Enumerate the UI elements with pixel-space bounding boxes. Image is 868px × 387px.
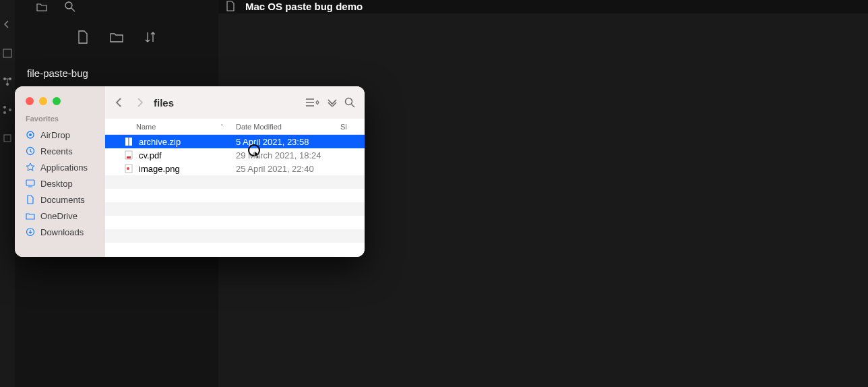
documents-icon xyxy=(26,195,35,204)
finder-title: files xyxy=(154,97,174,109)
airdrop-icon xyxy=(26,130,35,140)
svg-point-16 xyxy=(346,98,352,105)
markdown-file-icon xyxy=(225,1,236,11)
activity-bar xyxy=(0,0,15,387)
svg-point-6 xyxy=(3,111,6,114)
tab-bar: Mac OS paste bug demo xyxy=(218,0,868,12)
file-name: archive.zip xyxy=(139,137,181,147)
sidebar-item-label: Downloads xyxy=(40,227,84,237)
svg-point-5 xyxy=(9,109,11,111)
zip-file-icon xyxy=(124,137,133,146)
sidebar-item-label: Documents xyxy=(40,195,85,205)
file-list: archive.zip 5 April 2021, 23:58 cv.pdf 2… xyxy=(105,135,365,257)
sidebar-item-downloads[interactable]: Downloads xyxy=(26,224,105,240)
sidebar-item-label: Desktop xyxy=(40,179,73,189)
close-button[interactable] xyxy=(26,97,34,105)
new-file-icon[interactable] xyxy=(75,30,90,44)
sidebar-item-label: Applications xyxy=(40,162,88,173)
svg-point-8 xyxy=(65,2,72,9)
svg-rect-19 xyxy=(128,138,129,146)
sort-icon[interactable] xyxy=(143,30,158,44)
search-button[interactable] xyxy=(344,97,355,108)
new-folder-icon[interactable] xyxy=(109,30,124,44)
svg-line-17 xyxy=(352,105,355,108)
svg-line-9 xyxy=(71,8,75,11)
minimize-button[interactable] xyxy=(39,97,47,105)
file-name: cv.pdf xyxy=(139,150,162,160)
svg-rect-21 xyxy=(127,156,131,158)
svg-rect-0 xyxy=(3,49,11,57)
svg-rect-7 xyxy=(4,135,11,142)
sidebar-item-desktop[interactable]: Desktop xyxy=(26,175,105,191)
svg-rect-13 xyxy=(26,180,34,185)
sidebar-item-onedrive[interactable]: OneDrive xyxy=(26,208,105,224)
forward-button[interactable] xyxy=(136,97,144,108)
sort-asc-icon: ˄ xyxy=(220,123,224,130)
sidebar-item-label: Recents xyxy=(40,146,73,156)
collapse-icon[interactable] xyxy=(3,20,12,30)
finder-window: Favorites AirDrop Recents Applications D… xyxy=(15,86,365,257)
file-row[interactable]: image.png 25 April 2021, 22:40 xyxy=(105,162,365,175)
search-icon[interactable] xyxy=(63,0,77,13)
back-button[interactable] xyxy=(115,97,123,108)
desktop-icon xyxy=(26,179,35,188)
sidebar-item-recents[interactable]: Recents xyxy=(26,143,105,159)
overflow-button[interactable] xyxy=(327,98,338,107)
favorites-header: Favorites xyxy=(26,115,105,123)
column-header-size[interactable]: Si xyxy=(340,123,365,131)
downloads-icon xyxy=(26,227,35,237)
file-date: 5 April 2021, 23:58 xyxy=(229,137,340,147)
folder-open-icon[interactable] xyxy=(35,0,49,13)
svg-point-23 xyxy=(127,167,129,170)
column-header-name[interactable]: Name ˄ xyxy=(105,123,229,131)
file-row[interactable]: archive.zip 5 April 2021, 23:58 xyxy=(105,135,365,148)
finder-sidebar: Favorites AirDrop Recents Applications D… xyxy=(15,86,105,257)
sidebar-item-label: AirDrop xyxy=(40,130,70,140)
graph-icon[interactable] xyxy=(3,77,12,86)
file-name: image.png xyxy=(139,164,180,174)
sidebar-item-applications[interactable]: Applications xyxy=(26,159,105,175)
finder-main: files Name ˄ Date Modified Si archive.zi… xyxy=(105,86,365,257)
sidebar-item-label: OneDrive xyxy=(40,211,78,221)
column-header-date[interactable]: Date Modified xyxy=(229,123,340,131)
svg-point-11 xyxy=(29,133,32,136)
clock-icon xyxy=(26,146,35,156)
image-file-icon xyxy=(124,164,133,173)
empty-rows xyxy=(105,175,365,257)
file-date: 25 April 2021, 22:40 xyxy=(229,164,340,174)
file-date: 29 March 2021, 18:24 xyxy=(229,150,340,160)
view-mode-button[interactable] xyxy=(305,98,320,107)
branch-icon[interactable] xyxy=(3,105,12,115)
folder-icon xyxy=(26,211,35,220)
svg-point-4 xyxy=(3,106,6,109)
window-controls xyxy=(26,97,105,105)
repo-name: file-paste-bug xyxy=(15,67,218,79)
column-header-row: Name ˄ Date Modified Si xyxy=(105,119,365,135)
pdf-file-icon xyxy=(124,150,133,160)
file-row[interactable]: cv.pdf 29 March 2021, 18:24 xyxy=(105,148,365,162)
sidebar-item-documents[interactable]: Documents xyxy=(26,191,105,208)
zoom-button[interactable] xyxy=(53,97,61,105)
explorer-icon[interactable] xyxy=(3,49,12,58)
history-icon[interactable] xyxy=(3,133,12,143)
finder-toolbar: files xyxy=(105,86,365,119)
sidebar-item-airdrop[interactable]: AirDrop xyxy=(26,127,105,143)
tab-title[interactable]: Mac OS paste bug demo xyxy=(245,1,363,12)
apps-icon xyxy=(26,162,35,172)
